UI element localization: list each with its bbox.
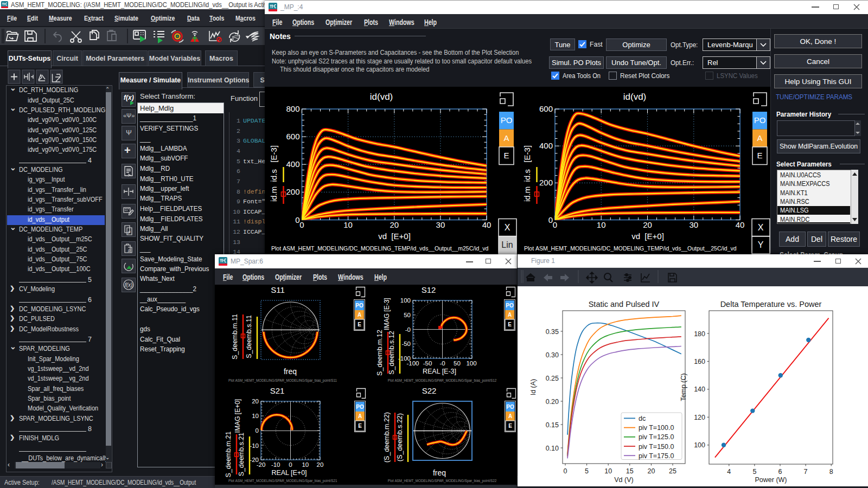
- svg-text:PO: PO: [506, 303, 514, 309]
- svg-text:E: E: [358, 322, 361, 328]
- svg-text:20: 20: [252, 398, 259, 404]
- svg-text:400: 400: [286, 159, 299, 169]
- svg-text:-10: -10: [250, 442, 259, 449]
- svg-text:piv T=100.0: piv T=100.0: [639, 424, 674, 432]
- svg-text:0: 0: [548, 215, 553, 224]
- svg-text:Temp (C): Temp (C): [680, 373, 687, 401]
- svg-text:Vd (V): Vd (V): [614, 476, 633, 484]
- svg-text:vd [E+0]: vd [E+0]: [631, 232, 664, 241]
- svg-text:freq: freq: [433, 468, 446, 477]
- svg-text:S22: S22: [422, 386, 437, 395]
- svg-text:400: 400: [539, 141, 553, 150]
- svg-text:E: E: [757, 151, 762, 160]
- svg-text:A: A: [358, 312, 361, 318]
- svg-text:8: 8: [829, 468, 833, 476]
- svg-text:E: E: [508, 423, 512, 429]
- svg-text:piv T=150.0: piv T=150.0: [639, 443, 674, 451]
- svg-text:20: 20: [317, 461, 324, 468]
- svg-text:S_deemb.s.11: S_deemb.s.11: [245, 315, 253, 358]
- svg-text:10: 10: [597, 220, 606, 229]
- svg-text:Id (A): Id (A): [529, 379, 537, 396]
- svg-text:Plot ASM_HEMT_MODELING/DC_MODE: Plot ASM_HEMT_MODELING/DC_MODELING_TEMP/…: [271, 245, 488, 252]
- svg-text:PO: PO: [355, 303, 363, 309]
- svg-text:vd [E+0]: vd [E+0]: [378, 232, 411, 241]
- svg-text:0: 0: [289, 461, 292, 468]
- svg-text:(S_deemb.s.22): (S_deemb.s.22): [396, 413, 404, 461]
- svg-text:id(vd): id(vd): [623, 92, 647, 102]
- svg-text:160: 160: [694, 358, 705, 365]
- svg-text:p: p: [127, 229, 131, 234]
- svg-text:id(vd): id(vd): [370, 92, 393, 102]
- svg-text:IMAG [E-3]: IMAG [E-3]: [383, 298, 391, 330]
- svg-text:PO: PO: [356, 404, 364, 410]
- svg-text:Lin: Lin: [501, 240, 513, 249]
- svg-text:S_deemb.m.11: S_deemb.m.11: [231, 314, 239, 359]
- svg-text:100: 100: [694, 441, 705, 449]
- svg-text:S12: S12: [422, 285, 436, 294]
- svg-text:-20: -20: [257, 461, 266, 468]
- svg-text:50: 50: [454, 360, 461, 367]
- svg-text:30: 30: [436, 220, 445, 229]
- svg-text:E: E: [508, 322, 512, 328]
- svg-text:A: A: [757, 133, 762, 143]
- svg-text:E: E: [358, 423, 362, 429]
- svg-text:X: X: [505, 223, 510, 232]
- svg-text:40: 40: [736, 220, 745, 229]
- svg-text:Plot ASM_HEMT_MODELING/SPAR_MO: Plot ASM_HEMT_MODELING/SPAR_MODELING/Spa…: [228, 378, 337, 383]
- svg-text:PO: PO: [501, 115, 513, 125]
- svg-text:120: 120: [694, 414, 705, 421]
- svg-text:piv T=175.0: piv T=175.0: [639, 452, 674, 460]
- svg-text:A: A: [503, 133, 509, 143]
- svg-text:10: 10: [604, 467, 612, 475]
- svg-text:0: 0: [299, 220, 304, 229]
- svg-text:0.10: 0.10: [546, 445, 559, 452]
- svg-text:freq: freq: [284, 367, 297, 376]
- svg-text:-50: -50: [423, 360, 432, 367]
- svg-text:f(x): f(x): [125, 282, 132, 288]
- svg-text:10: 10: [343, 220, 353, 229]
- svg-text:0.20: 0.20: [546, 398, 559, 406]
- svg-text:S_deemb.s.12: S_deemb.s.12: [388, 331, 395, 375]
- svg-text:10: 10: [252, 413, 259, 419]
- svg-text:Power (W): Power (W): [755, 476, 787, 484]
- svg-text:6: 6: [778, 468, 782, 476]
- svg-text:4: 4: [727, 468, 731, 476]
- svg-text:Plot ASM_HEMT_MODELING/SPAR_MO: Plot ASM_HEMT_MODELING/SPAR_MODELING/Spa…: [388, 378, 497, 383]
- svg-text:Plot ASM_HEMT_MODELING/SPAR_MO: Plot ASM_HEMT_MODELING/SPAR_MODELING/Spa…: [228, 479, 337, 483]
- svg-text:0: 0: [553, 220, 557, 229]
- svg-text:-0: -0: [405, 326, 411, 333]
- svg-text:0: 0: [256, 427, 259, 434]
- svg-text:S_deemb.m.12: S_deemb.m.12: [376, 330, 384, 376]
- svg-text:200: 200: [539, 178, 553, 187]
- svg-text:0.25: 0.25: [546, 375, 559, 382]
- svg-text:-100: -100: [406, 360, 419, 367]
- svg-text:Static and Pulsed IV: Static and Pulsed IV: [589, 300, 660, 309]
- svg-text:25: 25: [669, 467, 676, 475]
- svg-text:200: 200: [286, 187, 299, 196]
- svg-text:600: 600: [286, 132, 299, 141]
- svg-text:Delta Temperature vs. Power: Delta Temperature vs. Power: [720, 300, 822, 309]
- svg-text:40: 40: [482, 220, 492, 229]
- svg-text:140: 140: [694, 386, 705, 393]
- svg-text:S_deemb.m.21: S_deemb.m.21: [225, 432, 232, 478]
- svg-text:7: 7: [804, 468, 808, 476]
- svg-text:Plot ASM_HEMT_MODELING/DC_MODE: Plot ASM_HEMT_MODELING/DC_MODELING_TEMP/…: [524, 245, 737, 252]
- svg-text:5: 5: [752, 468, 756, 476]
- svg-text:A: A: [508, 413, 512, 419]
- svg-text:0.15: 0.15: [546, 421, 559, 429]
- svg-text:S21: S21: [270, 386, 285, 395]
- svg-text:E: E: [503, 151, 509, 160]
- svg-text:piv T=125.0: piv T=125.0: [639, 433, 674, 441]
- svg-text:PO: PO: [754, 115, 766, 125]
- svg-text:id.m id.s [E-3]: id.m id.s [E-3]: [269, 145, 278, 202]
- svg-text:5: 5: [585, 467, 589, 475]
- svg-text:-0: -0: [439, 360, 445, 367]
- svg-text:100: 100: [400, 297, 411, 304]
- svg-text:Y: Y: [758, 240, 764, 249]
- svg-text:180: 180: [694, 330, 705, 338]
- svg-text:S_deemb.s.21: S_deemb.s.21: [238, 433, 245, 477]
- svg-text:20: 20: [647, 467, 655, 475]
- svg-text:0: 0: [295, 215, 299, 224]
- svg-text:0.35: 0.35: [546, 328, 559, 336]
- svg-text:Plot ASM_HEMT_MODELING/SPAR_MO: Plot ASM_HEMT_MODELING/SPAR_MODELING/Spa…: [388, 479, 497, 483]
